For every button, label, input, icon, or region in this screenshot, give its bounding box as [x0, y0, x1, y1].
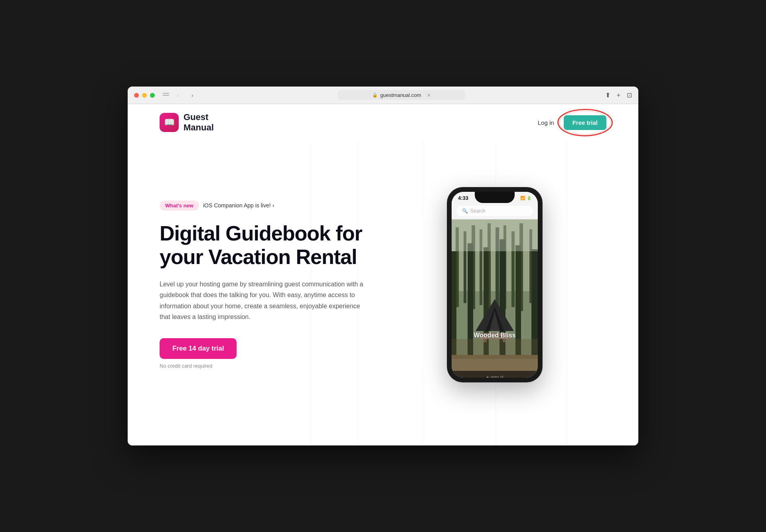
phone-inner: 4:33 📶 🔋 🔍 Search — [452, 192, 538, 378]
phone-mockup: 4:33 📶 🔋 🔍 Search — [447, 187, 543, 382]
phone-image-area: Wooded Bliss — [452, 219, 538, 371]
cta-free-trial-button[interactable]: Free 14 day trial — [160, 338, 237, 359]
free-trial-nav-button[interactable]: Free trial — [564, 115, 606, 130]
lock-icon: 🔒 — [372, 93, 378, 98]
url-text: guestmanual.com — [380, 92, 421, 98]
site-nav: 📖 Guest Manual Log in Free trial — [128, 104, 638, 141]
traffic-lights — [134, 93, 155, 98]
url-pill[interactable]: 🔒 guestmanual.com ✕ — [338, 90, 465, 100]
hero-headline: Digital Guidebook for your Vacation Rent… — [160, 222, 383, 270]
forest-scene-svg — [452, 219, 538, 371]
phone-notch — [475, 192, 515, 203]
svg-rect-28 — [452, 219, 538, 251]
badge-announcement: iOS Companion App is live! › — [203, 202, 274, 209]
battery-icon: 🔋 — [527, 196, 531, 200]
hero-right: 4:33 📶 🔋 🔍 Search — [383, 187, 606, 382]
cta-area: Free 14 day trial No credit card require… — [160, 338, 383, 369]
window-controls: ‹ › — [163, 90, 198, 101]
phone-status-icons: 📶 🔋 — [520, 196, 531, 200]
hero-left: What's new iOS Companion App is live! › … — [160, 201, 383, 369]
phone-property-name: Wooded Bliss — [474, 332, 516, 339]
sidebar-toggle-icon[interactable] — [163, 93, 169, 98]
search-placeholder-text: Search — [470, 208, 486, 214]
mac-window: ‹ › 🔒 guestmanual.com ✕ ⬆ + ⊡ — [128, 87, 638, 445]
minimize-traffic-light[interactable] — [142, 93, 147, 98]
logo-icon: 📖 — [160, 113, 179, 132]
fullscreen-traffic-light[interactable] — [150, 93, 155, 98]
phone-time: 4:33 — [458, 195, 468, 201]
hero-description: Level up your hosting game by streamlini… — [160, 279, 367, 322]
search-icon: 🔍 — [462, 208, 468, 214]
phone-search-bar[interactable]: 🔍 Search — [456, 206, 533, 216]
close-traffic-light[interactable] — [134, 93, 139, 98]
whats-new-pill: What's new — [160, 201, 199, 211]
hero-section: What's new iOS Companion App is live! › … — [128, 141, 638, 420]
whats-new-badge[interactable]: What's new iOS Companion App is live! › — [160, 201, 274, 211]
logo-area[interactable]: 📖 Guest Manual — [160, 112, 214, 133]
new-tab-icon[interactable]: + — [617, 92, 620, 99]
svg-rect-29 — [452, 339, 538, 371]
back-button[interactable]: ‹ — [172, 90, 184, 101]
no-credit-text: No credit card required — [160, 363, 212, 369]
free-trial-wrapper: Free trial — [564, 115, 606, 130]
login-link[interactable]: Log in — [538, 119, 554, 126]
share-icon[interactable]: ⬆ — [605, 91, 610, 99]
toolbar-right: ⬆ + ⊡ — [605, 91, 632, 99]
clear-url-button[interactable]: ✕ — [427, 93, 431, 98]
title-bar: ‹ › 🔒 guestmanual.com ✕ ⬆ + ⊡ — [128, 87, 638, 104]
tabs-overview-icon[interactable]: ⊡ — [627, 91, 632, 99]
nav-right: Log in Free trial — [538, 115, 606, 130]
forward-button[interactable]: › — [187, 90, 198, 101]
address-bar: 🔒 guestmanual.com ✕ — [203, 90, 600, 100]
page-content: 📖 Guest Manual Log in Free trial — [128, 104, 638, 445]
wifi-icon: 📶 — [520, 196, 525, 200]
phone-footer-text: ✦ gstm.nl — [486, 375, 503, 378]
logo-text: Guest Manual — [184, 112, 214, 133]
